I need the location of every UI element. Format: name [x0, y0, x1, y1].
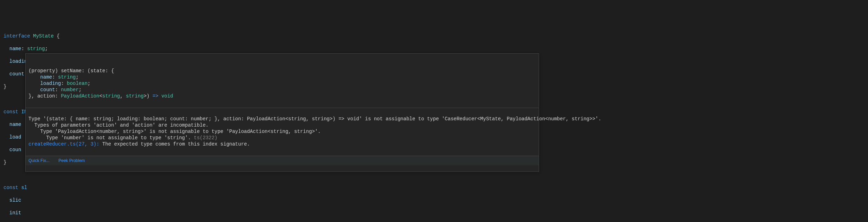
sig-prop: loading	[40, 81, 61, 86]
code-line[interactable]: const sl	[4, 184, 864, 191]
error-source-file[interactable]: createReducer.ts(27, 3):	[28, 141, 102, 147]
prop-partial: name	[9, 122, 21, 127]
sig-gt: >)	[144, 93, 153, 99]
type-name: MyState	[33, 33, 54, 39]
const-name: sl	[21, 185, 27, 190]
code-line[interactable]: interface MyState {	[4, 33, 864, 39]
sig-lt: <	[99, 93, 102, 99]
code-line[interactable]: init	[4, 210, 864, 216]
keyword-interface: interface	[4, 33, 30, 39]
type-string: string	[27, 46, 45, 52]
code-line[interactable]: name: string;	[4, 46, 864, 52]
sig-line: (property) setName: (state: {	[28, 68, 114, 74]
error-line: Types of parameters 'action' and 'action…	[28, 122, 208, 128]
peek-problem-link[interactable]: Peek Problem	[58, 158, 85, 163]
prop-partial: init	[9, 210, 21, 216]
code-editor[interactable]: interface MyState { name: string; loadin…	[0, 25, 868, 222]
sig-arrow: =>	[153, 93, 158, 99]
quick-fix-link[interactable]: Quick Fix...	[28, 158, 50, 163]
sig-void: void	[158, 93, 173, 99]
prop-count: count	[9, 71, 24, 77]
sig-comma: ,	[120, 93, 126, 99]
sig-prop: name	[40, 74, 52, 80]
prop-partial: load	[9, 134, 21, 140]
hover-tooltip: (property) setName: (state: { name: stri…	[25, 53, 539, 172]
hover-actions: Quick Fix... Peek Problem	[26, 156, 539, 165]
sig-type: number	[61, 87, 78, 93]
sig-type: boolean	[67, 81, 88, 86]
sig-line: }, action:	[28, 93, 61, 99]
prop-name: name	[9, 46, 21, 52]
sig-prop: count	[40, 87, 55, 93]
hover-error: Type '(state: { name: string; loading: b…	[26, 108, 539, 149]
prop-partial: slic	[9, 197, 21, 203]
keyword-const: const	[4, 109, 18, 115]
code-line[interactable]: slic	[4, 197, 864, 203]
prop-partial: coun	[9, 147, 21, 153]
sig-type: string	[126, 93, 143, 99]
brace-close: }	[4, 84, 6, 89]
sig-type: string	[58, 74, 76, 80]
error-line: Type 'PayloadAction<number, string>' is …	[28, 129, 321, 134]
keyword-const: const	[4, 185, 18, 190]
sig-type-pa: PayloadAction	[61, 93, 99, 99]
hover-signature: (property) setName: (state: { name: stri…	[26, 60, 539, 101]
brace-open: {	[54, 33, 60, 39]
error-source-text: The expected type comes from this index …	[102, 141, 250, 147]
error-code: ts(2322)	[194, 135, 217, 141]
sig-type: string	[102, 93, 120, 99]
error-line: Type '(state: { name: string; loading: b…	[28, 116, 601, 122]
code-line[interactable]	[4, 172, 864, 178]
error-line: Type 'number' is not assignable to type …	[28, 135, 194, 141]
brace-close: }	[4, 160, 6, 165]
